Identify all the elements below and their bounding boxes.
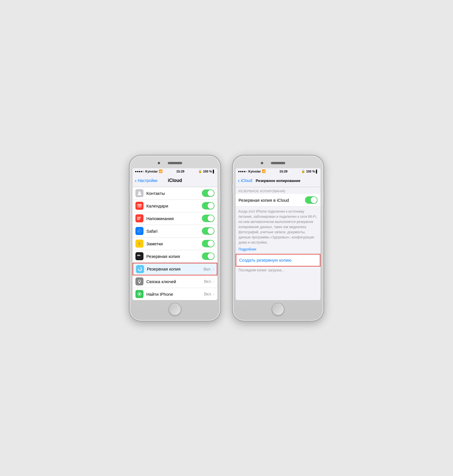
last-backup-text: Последняя копия: загрузка...	[236, 267, 320, 274]
settings-item-calendar[interactable]: 1 Календари	[133, 200, 217, 212]
keychain-chevron: ›	[213, 279, 214, 284]
status-bar-1: ●●●●○ Kyivstar 📶 15:29 🔒 100 % ▌	[133, 168, 217, 175]
home-button-2[interactable]	[272, 303, 284, 316]
notes-toggle[interactable]	[202, 240, 214, 247]
settings-item-notes[interactable]: Заметки	[133, 238, 217, 250]
settings-item-contacts[interactable]: Контакты	[133, 187, 217, 200]
svg-point-9	[137, 219, 138, 220]
screen-content-1: Контакты 1 Календари Напоминания	[133, 187, 217, 300]
time-1: 15:29	[176, 170, 184, 173]
backup-card: Резервная копия в iCloud	[236, 194, 320, 207]
notes-label: Заметки	[146, 241, 202, 246]
svg-text:1: 1	[139, 205, 140, 207]
create-backup-label: Создать резервную копию	[239, 258, 292, 263]
lock-icon-2: 🔒	[301, 169, 305, 173]
wallet-toggle[interactable]	[202, 252, 214, 260]
calendar-icon: 1	[135, 202, 143, 210]
safari-label: Safari	[146, 229, 202, 234]
reminders-toggle[interactable]	[202, 215, 214, 222]
settings-list-1: Контакты 1 Календари Напоминания	[133, 187, 217, 300]
safari-icon	[135, 227, 143, 235]
find-iphone-chevron: ›	[213, 292, 214, 296]
backup-description-text: Когда этот iPhone подключен к источнику …	[236, 207, 320, 247]
iphone-bottom-1	[133, 302, 217, 317]
lock-icon-1: 🔒	[198, 169, 202, 173]
back-arrow-2: ‹	[238, 178, 240, 183]
back-button-2[interactable]: ‹ iCloud	[238, 178, 252, 183]
svg-rect-25	[139, 255, 141, 256]
calendar-label: Календари	[146, 203, 202, 208]
front-camera-2	[261, 162, 263, 164]
speaker-1	[168, 162, 182, 164]
svg-text:↺: ↺	[139, 269, 141, 271]
svg-point-0	[138, 191, 141, 194]
svg-point-28	[138, 280, 141, 282]
svg-point-31	[139, 293, 140, 295]
keychain-label: Связка ключей	[146, 279, 204, 284]
nav-bar-1: ‹ Настройки iCloud	[133, 175, 217, 187]
carrier-2: ●●●●○ Kyivstar	[238, 170, 261, 173]
time-2: 15:29	[279, 170, 287, 173]
iphone-device-1: ●●●●○ Kyivstar 📶 15:29 🔒 100 % ▌ ‹ Настр…	[129, 155, 221, 321]
more-link[interactable]: Подробнее	[236, 247, 320, 254]
iphone-bottom-2	[236, 302, 320, 317]
settings-item-keychain[interactable]: Связка ключей Вкл. ›	[133, 275, 217, 288]
find-iphone-label: Найти iPhone	[146, 292, 204, 297]
contacts-toggle[interactable]	[202, 189, 214, 197]
find-iphone-icon	[135, 290, 143, 298]
settings-item-wallet[interactable]: Резервная копия	[133, 250, 217, 263]
svg-point-8	[137, 218, 138, 219]
find-iphone-value: Вкл.	[204, 292, 212, 296]
contacts-label: Контакты	[146, 191, 202, 196]
reminders-label: Напоминания	[146, 216, 202, 221]
screen-1: ●●●●○ Kyivstar 📶 15:29 🔒 100 % ▌ ‹ Настр…	[133, 168, 217, 300]
battery-1: 100 %	[203, 170, 212, 173]
battery-2: 100 %	[306, 170, 315, 173]
calendar-toggle[interactable]	[202, 202, 214, 209]
status-right-2: 🔒 100 % ▌	[301, 169, 318, 173]
backup-action-section: Создать резервную копию	[236, 254, 320, 267]
status-left-2: ●●●●○ Kyivstar 📶	[238, 169, 266, 173]
back-label-2: iCloud	[241, 178, 252, 183]
backup-icloud-toggle[interactable]	[305, 196, 318, 204]
screen-2: ●●●●○ Kyivstar 📶 15:29 🔒 100 % ▌ ‹ iClou…	[236, 168, 320, 300]
backup-value: Вкл.	[204, 267, 212, 271]
battery-icon-2: ▌	[316, 170, 318, 173]
svg-point-7	[137, 217, 138, 218]
status-bar-2: ●●●●○ Kyivstar 📶 15:29 🔒 100 % ▌	[236, 168, 320, 175]
nav-title-1: iCloud	[168, 178, 182, 183]
screen-content-2: РЕЗЕРВНОЕ КОПИРОВАНИЕ Резервная копия в …	[236, 187, 320, 300]
nav-bar-2: ‹ iCloud Резервное копирование	[236, 175, 320, 187]
status-left-1: ●●●●○ Kyivstar 📶	[135, 169, 163, 173]
carrier-1: ●●●●○ Kyivstar	[135, 170, 158, 173]
settings-item-reminders[interactable]: Напоминания	[133, 212, 217, 225]
iphone-device-2: ●●●●○ Kyivstar 📶 15:29 🔒 100 % ▌ ‹ iClou…	[232, 155, 324, 321]
battery-icon-1: ▌	[213, 170, 215, 173]
nav-title-2: Резервное копирование	[256, 179, 300, 183]
speaker-2	[271, 162, 285, 164]
svg-rect-30	[139, 283, 140, 283]
safari-toggle[interactable]	[202, 227, 214, 235]
reminders-icon	[135, 214, 143, 222]
backup-section-header: РЕЗЕРВНОЕ КОПИРОВАНИЕ	[236, 187, 320, 194]
create-backup-row[interactable]: Создать резервную копию	[236, 254, 320, 267]
status-right-1: 🔒 100 % ▌	[198, 169, 215, 173]
home-button-1[interactable]	[169, 303, 181, 316]
back-arrow-1: ‹	[135, 178, 137, 183]
backup-toggle-row[interactable]: Резервная копия в iCloud	[236, 194, 320, 207]
back-button-1[interactable]: ‹ Настройки	[135, 178, 157, 183]
svg-rect-24	[137, 255, 139, 256]
wallet-label: Резервная копия	[146, 254, 202, 259]
settings-item-safari[interactable]: Safari	[133, 225, 217, 238]
settings-item-find-iphone[interactable]: Найти iPhone Вкл. ›	[133, 288, 217, 300]
backup-icon: ↺	[136, 265, 144, 273]
backup-chevron: ›	[212, 267, 214, 271]
keychain-icon	[135, 277, 143, 285]
backup-row-label: Резервная копия	[147, 267, 204, 271]
iphone-top-2	[236, 159, 320, 167]
front-camera-1	[158, 162, 160, 164]
contacts-icon	[135, 189, 143, 197]
backup-toggle-label: Резервная копия в iCloud	[239, 198, 305, 203]
settings-item-backup[interactable]: ↺ Резервная копия Вкл. ›	[133, 263, 217, 275]
wifi-icon-1: 📶	[159, 169, 163, 173]
